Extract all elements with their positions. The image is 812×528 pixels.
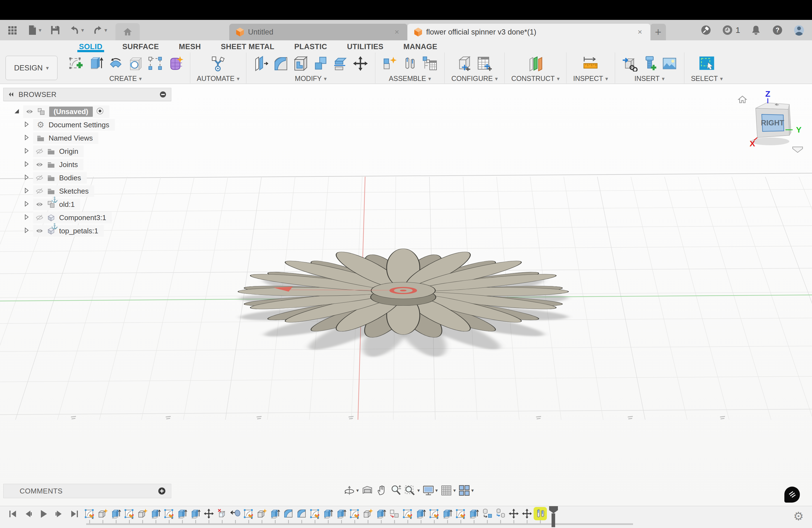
file-menu-button[interactable]: ▾ — [27, 25, 41, 35]
browser-row-label[interactable]: (Unsaved) — [49, 107, 93, 117]
browser-row-sketches[interactable]: Sketches — [3, 185, 171, 198]
comments-bar[interactable]: COMMENTS — [3, 484, 171, 498]
collapse-panel-icon[interactable] — [8, 92, 14, 97]
display-settings-button[interactable]: ▾ — [423, 485, 438, 496]
chevron-down-icon[interactable]: ▾ — [417, 487, 420, 494]
browser-row-old-1[interactable]: ⚓old:1 — [3, 198, 171, 211]
browser-row-label[interactable]: Bodies — [59, 174, 81, 182]
browser-row-bodies[interactable]: Bodies — [3, 171, 171, 185]
tool-group-label[interactable]: CONSTRUCT▾ — [511, 75, 560, 83]
collapse-arrow-icon[interactable] — [13, 108, 20, 115]
measure-tool-button[interactable] — [582, 56, 598, 72]
chevron-down-icon[interactable]: ▾ — [453, 487, 456, 494]
timeline-feature-sketch[interactable] — [83, 508, 96, 523]
step-forward-button[interactable] — [54, 509, 64, 519]
timeline-feature-sketch[interactable] — [454, 508, 467, 523]
combine-tool-button[interactable] — [313, 56, 329, 72]
construction-plane-tool-button[interactable] — [527, 56, 543, 72]
user-avatar[interactable] — [793, 24, 805, 36]
document-tab-untitled[interactable]: Untitled × — [229, 24, 407, 40]
undo-button[interactable]: ▾ — [69, 25, 84, 35]
browser-row-label[interactable]: Component3:1 — [59, 214, 106, 222]
visibility-eye-off-icon[interactable] — [36, 175, 43, 181]
browser-row-label[interactable]: Named Views — [48, 134, 93, 143]
timeline-feature-component[interactable] — [136, 508, 149, 523]
visibility-eye-off-icon[interactable] — [36, 215, 43, 221]
timeline-feature-sketch[interactable] — [401, 508, 414, 523]
expand-arrow-icon[interactable] — [23, 147, 30, 155]
visibility-eye-icon[interactable] — [26, 108, 33, 115]
tool-group-label[interactable]: AUTOMATE▾ — [197, 75, 240, 83]
fillet-tool-button[interactable] — [273, 56, 289, 72]
expand-arrow-icon[interactable] — [23, 201, 30, 208]
viewcube-face-label[interactable]: RIGHT — [761, 119, 784, 127]
browser-row-component3-1[interactable]: Component3:1 — [3, 211, 171, 224]
timeline-feature-component[interactable] — [361, 508, 375, 523]
visibility-eye-icon[interactable] — [36, 201, 43, 207]
fit-button[interactable]: ▾ — [405, 485, 420, 496]
browser-row-label[interactable]: top_petals:1 — [59, 227, 98, 235]
browser-row-document-settings[interactable]: ⚙Document Settings — [3, 118, 171, 131]
step-back-button[interactable] — [23, 509, 33, 519]
timeline-feature-fillet[interactable] — [282, 508, 295, 523]
timeline-feature-move[interactable] — [507, 508, 520, 523]
insert-derive-tool-button[interactable] — [622, 56, 638, 72]
ribbon-tab-manage[interactable]: MANAGE — [394, 40, 447, 51]
ribbon-tab-solid[interactable]: SOLID — [69, 40, 112, 51]
browser-row-label[interactable]: old:1 — [59, 200, 75, 209]
ribbon-tab-utilities[interactable]: UTILITIES — [337, 40, 394, 51]
timeline-feature-move[interactable] — [202, 508, 215, 523]
expand-arrow-icon[interactable] — [23, 187, 30, 195]
play-button[interactable] — [39, 509, 48, 519]
browser-row-label[interactable]: Document Settings — [48, 121, 110, 129]
insert-image-tool-button[interactable] — [662, 56, 678, 72]
timeline-feature-revolve[interactable] — [229, 508, 242, 523]
timeline-feature-sketch[interactable] — [242, 508, 255, 523]
viewcube[interactable]: RIGHT Z Y X — [734, 89, 806, 158]
browser-row-top-petals-1[interactable]: ⚓top_petals:1 — [3, 224, 171, 237]
chevron-down-icon[interactable]: ▾ — [471, 487, 474, 494]
browser-row--unsaved-[interactable]: (Unsaved) — [3, 105, 171, 118]
timeline-feature-extrude[interactable] — [335, 508, 348, 523]
joint-table-tool-button[interactable] — [422, 56, 438, 72]
assistant-button[interactable] — [784, 487, 800, 503]
job-status-button[interactable]: 1 — [722, 24, 740, 36]
offset-face-tool-button[interactable] — [333, 56, 349, 72]
move-tool-button[interactable] — [352, 56, 368, 72]
activate-component-radio[interactable] — [96, 107, 104, 116]
ribbon-tab-surface[interactable]: SURFACE — [112, 40, 169, 51]
form-tool-button[interactable] — [168, 56, 184, 72]
chevron-down-icon[interactable]: ▾ — [435, 487, 438, 494]
timeline-feature-extrude[interactable] — [441, 508, 454, 523]
timeline-feature-sketch[interactable] — [348, 508, 361, 523]
shell-tool-button[interactable] — [293, 56, 309, 72]
timeline-feature-component[interactable] — [96, 508, 110, 523]
timeline-feature-joint[interactable] — [534, 508, 547, 523]
visibility-eye-icon[interactable] — [36, 162, 43, 167]
home-tab-button[interactable] — [115, 23, 140, 40]
orbit-button[interactable]: ▾ — [344, 485, 359, 496]
visibility-eye-off-icon[interactable] — [36, 148, 43, 155]
browser-row-label[interactable]: Origin — [59, 147, 78, 156]
tool-group-label[interactable]: CREATE▾ — [110, 75, 142, 83]
create-sketch-tool-button[interactable] — [68, 56, 84, 72]
expand-arrow-icon[interactable] — [23, 121, 30, 129]
timeline-feature-sketch[interactable] — [122, 508, 136, 523]
timeline-settings-gear-icon[interactable]: ⚙ — [793, 511, 804, 522]
timeline-feature-extrude[interactable] — [189, 508, 202, 523]
timeline-feature-extrude[interactable] — [110, 508, 122, 523]
add-comment-icon[interactable] — [158, 487, 166, 495]
ribbon-tab-plastic[interactable]: PLASTIC — [285, 40, 337, 51]
expand-arrow-icon[interactable] — [23, 134, 30, 142]
expand-arrow-icon[interactable] — [23, 174, 30, 182]
timeline-feature-extrude[interactable] — [149, 508, 162, 523]
look-at-button[interactable] — [362, 485, 373, 496]
insert-fastener-tool-button[interactable] — [642, 56, 657, 72]
expand-arrow-icon[interactable] — [23, 227, 30, 235]
configuration-tool-button[interactable] — [456, 56, 473, 72]
ribbon-tab-mesh[interactable]: MESH — [169, 40, 211, 51]
timeline-feature-extrude[interactable] — [467, 508, 481, 523]
grid-settings-button[interactable]: ▾ — [440, 485, 456, 496]
timeline-feature-sketch[interactable] — [308, 508, 321, 523]
app-grid-icon[interactable] — [7, 25, 18, 35]
